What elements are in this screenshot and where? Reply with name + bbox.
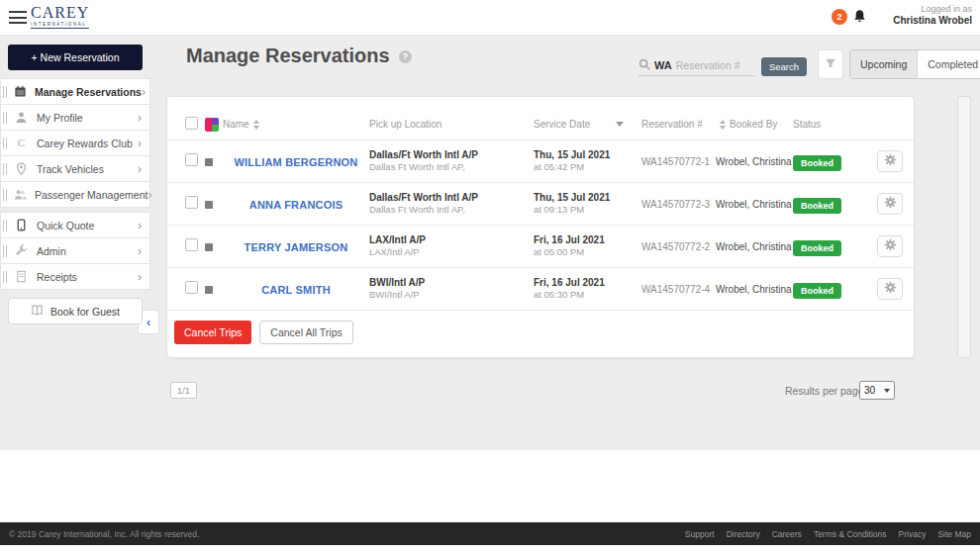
filter-button[interactable]	[818, 49, 843, 79]
sidebar-item-passenger-management[interactable]: Passenger Management›	[0, 181, 150, 208]
sort-desc-icon	[616, 122, 624, 127]
footer-link-careers[interactable]: Careers	[772, 529, 802, 539]
user-menu[interactable]: Logged in as Christina Wrobel	[893, 4, 972, 26]
hamburger-menu-icon[interactable]	[9, 11, 27, 24]
sidebar-item-my-profile[interactable]: My Profile›	[0, 104, 150, 131]
carey-logo[interactable]: CAREY INTERNATIONAL	[31, 4, 89, 29]
footer-link-site-map[interactable]: Site Map	[937, 529, 971, 539]
app-screen: CAREY INTERNATIONAL 2 Logged in as Chris…	[0, 0, 980, 553]
sidebar-item-label: Manage Reservations	[35, 86, 142, 98]
drag-handle-icon	[3, 138, 7, 149]
topbar: CAREY INTERNATIONAL 2 Logged in as Chris…	[0, 0, 980, 36]
cancel-trips-button[interactable]: Cancel Trips	[174, 321, 251, 344]
reservation-row: WILLIAM BERGERNONDallas/Ft Worth Intl A/…	[167, 140, 914, 183]
sidebar-item-carey-rewards-club[interactable]: CCarey Rewards Club›	[0, 130, 150, 156]
sidebar-item-manage-reservations[interactable]: Manage Reservations›	[0, 78, 150, 105]
page-title: Manage Reservations?	[186, 45, 412, 67]
row-color-indicator-icon	[205, 243, 213, 251]
reservation-number: WA14570772-1	[641, 156, 716, 167]
sidebar-item-label: My Profile	[37, 112, 138, 124]
user-icon	[14, 110, 29, 125]
scrollbar[interactable]	[957, 96, 971, 358]
row-checkbox[interactable]	[185, 196, 198, 209]
reservation-number: WA14570772-4	[641, 284, 716, 295]
sidebar-item-receipts[interactable]: Receipts›	[0, 263, 150, 290]
select-all-checkbox[interactable]	[185, 117, 198, 130]
row-color-indicator-icon	[205, 158, 213, 166]
new-reservation-button[interactable]: + New Reservation	[8, 45, 143, 70]
logo-subtitle: INTERNATIONAL	[31, 22, 89, 29]
passenger-name-link[interactable]: WILLIAM BERGERNON	[234, 156, 357, 168]
search-field: WA	[638, 55, 755, 76]
search-prefix: WA	[654, 59, 672, 71]
tab-upcoming[interactable]: Upcoming	[850, 50, 918, 78]
svg-text:C: C	[18, 137, 25, 148]
sort-icon	[720, 120, 726, 130]
search-icon	[638, 56, 650, 74]
row-actions-button[interactable]	[877, 150, 903, 172]
receipt-icon	[14, 269, 29, 284]
results-per-page-select[interactable]: 30	[859, 381, 895, 400]
rewards-icon: C	[14, 136, 29, 150]
cancel-all-trips-button[interactable]: Cancel All Trips	[259, 321, 352, 344]
row-actions-button[interactable]	[877, 235, 903, 257]
search-button[interactable]: Search	[761, 57, 807, 76]
footer-link-terms-conditions[interactable]: Terms & Conditions	[814, 529, 887, 539]
column-header-pickup: Pick up Location	[369, 119, 534, 130]
sidebar-item-label: Admin	[37, 245, 138, 257]
sidebar-item-label: Passenger Management	[35, 189, 147, 201]
device-icon	[14, 218, 29, 232]
row-checkbox[interactable]	[185, 153, 198, 166]
passenger-name-link[interactable]: TERRY JAMERSON	[245, 241, 348, 253]
passenger-name-link[interactable]: CARL SMITH	[261, 284, 331, 296]
footer-link-directory[interactable]: Directory	[727, 529, 760, 539]
status-badge: Booked	[793, 155, 841, 171]
drag-handle-icon	[3, 220, 7, 231]
passenger-name-link[interactable]: ANNA FRANCOIS	[249, 199, 343, 211]
column-header-booked-by[interactable]: Booked By	[716, 119, 793, 130]
bell-icon[interactable]	[853, 9, 866, 28]
footer-link-privacy[interactable]: Privacy	[899, 529, 927, 539]
row-actions-button[interactable]	[877, 193, 903, 215]
reservation-row: ANNA FRANCOISDallas/Ft Worth Intl A/PDal…	[167, 183, 914, 226]
footer-link-support[interactable]: Support	[685, 529, 715, 539]
service-date: Fri, 16 Jul 2021	[534, 276, 641, 289]
sidebar-item-track-vehicles[interactable]: Track Vehicles›	[0, 155, 150, 182]
status-badge: Booked	[793, 283, 841, 299]
pickup-location-cell: BWI/Intl A/PBWI/Intl A/P	[369, 276, 534, 301]
book-for-guest-button[interactable]: Book for Guest	[8, 298, 143, 324]
color-legend-icon[interactable]	[205, 118, 219, 132]
row-actions-button[interactable]	[877, 278, 903, 300]
sidebar-item-admin[interactable]: Admin›	[0, 237, 150, 264]
row-checkbox[interactable]	[185, 238, 198, 251]
chevron-right-icon: ›	[138, 244, 142, 258]
sidebar-item-quick-quote[interactable]: Quick Quote›	[0, 212, 150, 238]
service-date-cell: Thu, 15 Jul 2021at 09:13 PM	[534, 191, 641, 216]
status-badge: Booked	[793, 198, 841, 214]
reservation-number: WA14570772-2	[641, 241, 716, 252]
pickup-location: Dallas/Ft Worth Intl A/P	[369, 191, 534, 204]
column-header-service-date[interactable]: Service Date	[534, 119, 641, 130]
pickup-location-sub: BWI/Intl A/P	[369, 289, 534, 301]
column-header-name[interactable]: Name	[223, 119, 369, 130]
chevron-right-icon: ›	[138, 219, 142, 232]
tab-completed[interactable]: Completed	[918, 50, 980, 78]
people-icon	[14, 187, 27, 202]
pickup-location-cell: LAX/Intl A/PLAX/Intl A/P	[369, 233, 534, 258]
column-header-status: Status	[793, 119, 877, 130]
booked-by: Wrobel, Christina	[716, 284, 793, 295]
notification-badge[interactable]: 2	[832, 9, 847, 25]
gear-icon	[884, 153, 897, 169]
help-icon[interactable]: ?	[399, 50, 412, 63]
chevron-right-icon: ›	[138, 270, 142, 284]
book-for-guest-label: Book for Guest	[50, 306, 120, 318]
booked-by: Wrobel, Christina	[716, 156, 793, 167]
results-per-page-label: Results per page	[785, 385, 863, 397]
book-icon	[31, 304, 44, 319]
service-date-cell: Thu, 15 Jul 2021at 05:42 PM	[534, 148, 641, 173]
search-input[interactable]	[676, 59, 745, 71]
sort-icon	[253, 120, 259, 130]
footer-links: SupportDirectoryCareersTerms & Condition…	[685, 529, 971, 539]
row-checkbox[interactable]	[185, 281, 198, 294]
booked-by: Wrobel, Christina	[716, 241, 793, 252]
